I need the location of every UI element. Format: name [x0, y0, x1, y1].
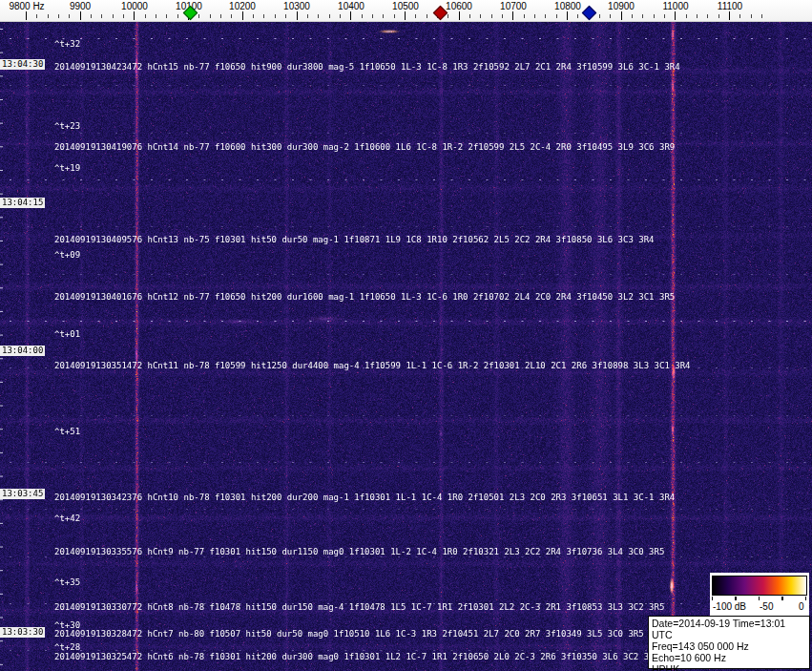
- freq-tick-label: 10400: [338, 1, 364, 11]
- detection-log-line: 20140919130325472 hCnt6 nb-78 f10301 hit…: [54, 652, 659, 661]
- freq-tick-label: 9900: [70, 1, 91, 11]
- freq-tick-label: 10600: [446, 1, 472, 11]
- info-echo-line: Echo=10 600 Hz: [652, 652, 806, 663]
- spectrogram-canvas: [0, 21, 812, 671]
- freq-tick-label: 10900: [608, 1, 635, 11]
- detection-log-line: 20140919130401676 hCnt12 nb-77 f10650 hi…: [54, 292, 675, 302]
- detection-tag: ^t+35: [54, 577, 80, 587]
- info-date-line: Date=2014-09-19 Time=13:01 UTC: [652, 618, 806, 640]
- detection-log-line: 20140919130342376 hCnt10 nb-78 f10301 hi…: [54, 493, 675, 502]
- detection-log-line: 20140919130330772 hCnt8 nb-78 f10478 hit…: [54, 602, 664, 612]
- detection-tag: ^t+23: [54, 121, 80, 131]
- freq-tick-label: 10300: [283, 1, 310, 11]
- db-max-label: 0: [799, 601, 804, 612]
- detection-tag: ^t+32: [54, 39, 80, 49]
- time-label: 13:03:45: [0, 489, 45, 499]
- freq-tick-label: 11000: [662, 1, 688, 11]
- frequency-axis: 9800 Hz 9900 10000 10100 10200 10300 104…: [0, 0, 812, 22]
- detection-log-line: 20140919130409576 hCnt13 nb-75 f10301 hi…: [54, 235, 655, 244]
- freq-tick-label: 10000: [121, 1, 148, 11]
- detection-log-line: 20140919130328472 hCnt7 nb-80 f10507 hit…: [54, 629, 644, 639]
- info-box: Date=2014-09-19 Time=13:01 UTC Freq=143 …: [648, 616, 810, 669]
- time-label: 13:04:15: [0, 198, 45, 208]
- detection-log-line: 20140919130351472 hCnt11 nb-78 f10599 hi…: [54, 361, 690, 370]
- detection-tag: ^t+09: [54, 250, 80, 260]
- freq-tick-label: 9800 Hz: [9, 1, 44, 11]
- detection-log-line: 20140919130419076 hCnt14 nb-77 f10600 hi…: [54, 142, 675, 152]
- spectrogram-app: 9800 Hz 9900 10000 10100 10200 10300 104…: [0, 0, 812, 671]
- db-scale-ticks: [712, 597, 807, 600]
- time-label: 13:04:30: [0, 59, 45, 70]
- detection-log-line: 20140919130335576 hCnt9 nb-77 f10301 hit…: [54, 547, 664, 556]
- detection-tag: ^t+01: [54, 329, 80, 339]
- freq-major-ticks: [26, 11, 772, 20]
- detection-tag: ^t+51: [54, 427, 80, 436]
- info-station-line: HPHK: [652, 663, 806, 671]
- info-freq-line: Freq=143 050 000 Hz: [652, 640, 806, 652]
- db-min-label: -100 dB: [713, 601, 746, 612]
- freq-tick-label: 10500: [392, 1, 419, 11]
- db-color-gradient: [712, 576, 807, 596]
- detection-tag: ^t+19: [54, 163, 80, 173]
- detection-log-line: 20140919130423472 hCnt15 nb-77 f10650 hi…: [54, 62, 680, 72]
- freq-tick-label: 11100: [718, 1, 742, 11]
- detection-tag: ^t+28: [54, 642, 80, 652]
- freq-tick-label: 10800: [554, 1, 581, 11]
- freq-tick-label: 10700: [500, 1, 527, 11]
- freq-tick-label: 10200: [229, 1, 256, 11]
- time-label: 13:03:30: [0, 627, 45, 638]
- time-label: 13:04:00: [0, 346, 45, 356]
- db-scale-bar: -100 dB -50 0: [710, 573, 809, 616]
- db-mid-label: -50: [760, 601, 773, 612]
- detection-tag: ^t+42: [54, 514, 80, 523]
